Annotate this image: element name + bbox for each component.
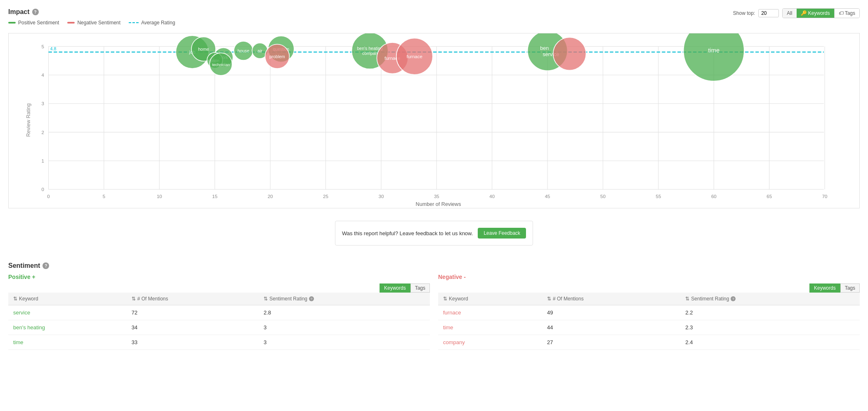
svg-text:furnace: furnace [407,54,422,59]
impact-chart: Review Rating 0 1 2 3 4 5 [8,33,860,208]
average-legend-line [129,22,139,23]
svg-text:compan: compan [362,51,378,56]
feedback-banner: Was this report helpful? Leave feedback … [335,221,533,246]
svg-text:45: 45 [545,194,550,199]
positive-keyword-2: ben's heating [8,320,127,335]
svg-text:30: 30 [378,194,384,199]
svg-text:55: 55 [656,194,661,199]
positive-legend-dot [8,22,16,24]
svg-text:70: 70 [822,194,828,199]
svg-text:technician: technician [212,62,230,67]
positive-col-mentions[interactable]: ⇅ # Of Mentions [127,293,259,305]
negative-keywords-filter[interactable]: Keywords [809,283,840,293]
sentiment-title: Sentiment [8,262,40,269]
impact-help-icon[interactable]: ? [32,9,39,15]
negative-title: Negative - [438,274,860,280]
svg-text:2: 2 [42,130,44,135]
svg-text:60: 60 [711,194,717,199]
positive-table: ⇅ Keyword ⇅ # Of Mentions [8,293,430,350]
show-top-input[interactable] [758,9,779,17]
positive-keyword-1: service [8,305,127,320]
svg-text:time: time [708,47,719,54]
svg-text:air: air [257,48,262,53]
positive-legend-label: Positive Sentiment [18,20,59,26]
sentiment-section: Sentiment ? Positive + Keywords Tags [8,262,860,350]
svg-text:5: 5 [42,44,44,49]
svg-text:65: 65 [767,194,772,199]
legend-average: Average Rating [129,20,175,26]
bubble-service[interactable] [553,37,586,70]
negative-mentions-2: 44 [542,320,680,335]
x-axis-label: Number of Reviews [416,201,461,207]
negative-rating-1: 2.2 [680,305,860,320]
negative-keyword-1: furnace [438,305,542,320]
filter-button-group: All 🔑 Keywords 🏷 Tags [782,8,860,18]
show-top-label: Show top: [733,10,755,16]
table-row: company 27 2.4 [438,335,860,350]
positive-sentiment-panel: Positive + Keywords Tags ⇅ Keyword [8,274,430,350]
svg-text:20: 20 [268,194,273,199]
negative-sentiment-panel: Negative - Keywords Tags ⇅ Keyword [438,274,860,350]
negative-col-mentions[interactable]: ⇅ # Of Mentions [542,293,680,305]
filter-keywords-button[interactable]: 🔑 Keywords [797,9,834,18]
positive-rating-1: 2.8 [259,305,430,320]
feedback-text: Was this report helpful? Leave feedback … [342,230,473,236]
positive-col-keyword[interactable]: ⇅ Keyword [8,293,127,305]
negative-rating-3: 2.4 [680,335,860,350]
filter-tags-button[interactable]: 🏷 Tags [834,9,859,18]
impact-title: Impact [8,8,30,16]
negative-table: ⇅ Keyword ⇅ # Of Mentions [438,293,860,350]
svg-text:5: 5 [103,194,105,199]
svg-text:house: house [238,48,250,53]
positive-rating-3: 3 [259,335,430,350]
positive-mentions-1: 72 [127,305,259,320]
svg-text:10: 10 [157,194,162,199]
svg-text:4: 4 [42,73,45,78]
negative-mentions-3: 27 [542,335,680,350]
rating-help-icon-pos[interactable]: ? [309,296,314,301]
negative-mentions-1: 49 [542,305,680,320]
y-axis-label: Review Rating [26,103,31,137]
negative-rating-2: 2.3 [680,320,860,335]
average-legend-label: Average Rating [141,20,175,26]
negative-col-rating[interactable]: ⇅ Sentiment Rating ? [680,293,860,305]
leave-feedback-button[interactable]: Leave Feedback [478,228,526,239]
svg-text:0: 0 [47,194,50,199]
negative-col-keyword[interactable]: ⇅ Keyword [438,293,542,305]
svg-text:25: 25 [323,194,328,199]
legend-positive: Positive Sentiment [8,20,59,26]
positive-col-rating[interactable]: ⇅ Sentiment Rating ? [259,293,430,305]
table-row: time 33 3 [8,335,430,350]
positive-title: Positive + [8,274,430,280]
svg-text:50: 50 [600,194,606,199]
filter-all-button[interactable]: All [783,9,796,18]
positive-mentions-3: 33 [127,335,259,350]
rating-help-icon-neg[interactable]: ? [731,296,736,301]
negative-tags-filter[interactable]: Tags [840,283,860,293]
positive-tags-filter[interactable]: Tags [410,283,430,293]
negative-keyword-2: time [438,320,542,335]
chart-legend: Positive Sentiment Negative Sentiment Av… [8,20,175,26]
svg-text:home: home [198,47,209,52]
negative-keyword-3: company [438,335,542,350]
legend-negative: Negative Sentiment [67,20,120,26]
bubble-chart-svg: Review Rating 0 1 2 3 4 5 [9,33,859,207]
table-row: ben's heating 34 3 [8,320,430,335]
svg-text:3: 3 [42,101,44,106]
negative-legend-dot [67,22,75,24]
svg-text:15: 15 [212,194,217,199]
table-row: service 72 2.8 [8,305,430,320]
positive-keyword-3: time [8,335,127,350]
bubble-time[interactable] [684,33,744,81]
average-rating-label: 4.8 [50,46,57,51]
svg-text:40: 40 [489,194,495,199]
svg-text:ben: ben [540,45,549,51]
svg-text:35: 35 [434,194,439,199]
positive-keywords-filter[interactable]: Keywords [380,283,410,293]
negative-legend-label: Negative Sentiment [77,20,120,26]
positive-mentions-2: 34 [127,320,259,335]
svg-text:1: 1 [42,158,44,163]
positive-rating-2: 3 [259,320,430,335]
table-row: furnace 49 2.2 [438,305,860,320]
sentiment-help-icon[interactable]: ? [42,262,49,269]
